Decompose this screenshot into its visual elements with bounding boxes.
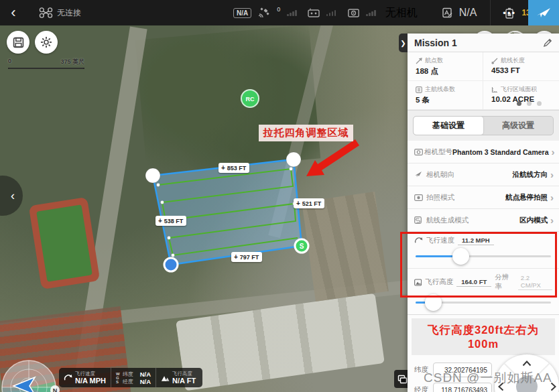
cross-icon: + <box>296 200 300 207</box>
row-photo-mode[interactable]: 拍照模式 航点悬停拍照 › <box>408 186 559 209</box>
altitude-icon <box>161 374 170 382</box>
annotation-drag-corners: 拉托四角调整区域 <box>259 125 353 141</box>
nudge-up-button[interactable] <box>522 357 532 369</box>
heading-plane-icon <box>414 171 422 178</box>
latitude-label: 纬度 <box>414 365 433 375</box>
corner-handle-top-left[interactable] <box>145 168 160 183</box>
speed-slider[interactable] <box>416 248 551 265</box>
resolution-value: 2.2 CM/PX <box>518 274 552 290</box>
cross-icon: + <box>221 164 225 172</box>
save-mission-button[interactable] <box>7 31 29 54</box>
altitude-slider[interactable] <box>416 294 551 312</box>
telemetry-coordinates: WG S 纬度 N/A 经度 N/A <box>111 368 156 387</box>
rc-location-marker: RC <box>241 90 259 107</box>
satellite-icon <box>258 7 270 18</box>
app-window: S RC + 853 FT + 521 FT + 538 FT + 797 FT… <box>0 0 559 392</box>
map-scale-bar: 0 375 英尺 <box>8 58 84 69</box>
route-mode-icon <box>414 216 422 224</box>
save-icon <box>13 37 24 48</box>
stat-waypoints: 航点数 188 点 <box>408 52 483 81</box>
flight-speed-block: 飞行速度 11.2 MPH <box>408 232 559 269</box>
speed-value-field[interactable]: 11.2 MPH <box>458 237 494 245</box>
edit-pencil-icon[interactable] <box>543 38 552 48</box>
takeoff-button[interactable] <box>528 0 559 25</box>
camera-status-label: 无相机 <box>385 6 418 20</box>
stat-route-length: 航线长度 4533 FT <box>483 52 559 81</box>
telemetry-bar: 飞行速度 N/A MPH WG S 纬度 N/A 经度 N/A <box>59 368 202 387</box>
scale-zero: 0 <box>8 58 11 66</box>
row-route-generation-mode[interactable]: 航线生成模式 区内模式 › <box>408 209 559 232</box>
cross-icon: + <box>234 253 238 261</box>
photo-mode-icon <box>414 194 423 201</box>
ellipsis-icon: ••• <box>503 8 516 18</box>
start-marker[interactable]: S <box>295 239 308 253</box>
mission-panel: ❯ Mission 1 航点数 188 点 航线长度 4533 <box>408 34 559 392</box>
chevron-right-icon: › <box>550 214 554 226</box>
coordinate-editor: 纬度 经度 <box>408 358 559 392</box>
aircraft-connection: 无连接 <box>39 7 81 19</box>
back-button[interactable]: ‹ <box>0 0 27 25</box>
longitude-input[interactable] <box>433 383 492 392</box>
map-stack-icon <box>397 375 408 384</box>
row-camera-heading[interactable]: 相机朝向 沿航线方向 › <box>408 164 559 186</box>
camera-icon <box>414 149 423 155</box>
remote-controller-icon <box>308 8 320 17</box>
nudge-center-button[interactable] <box>516 376 538 392</box>
rc-signal-bars <box>326 9 336 16</box>
map-settings-button[interactable] <box>35 31 58 54</box>
corner-handle-top-right[interactable] <box>286 152 301 167</box>
telemetry-speed: 飞行速度 N/A MPH <box>59 368 111 387</box>
corner-handle-bottom-left[interactable] <box>164 258 178 271</box>
stats-page-dots[interactable] <box>517 101 542 106</box>
annotation-arrow <box>306 139 359 176</box>
camera-icon <box>348 9 359 17</box>
edge-length-top: + 853 FT <box>219 163 249 173</box>
status-bar: ‹ 无连接 N/A 0 <box>0 0 559 25</box>
tab-advanced-settings[interactable]: 高级设置 <box>483 117 553 135</box>
more-menu-button[interactable]: ••• <box>490 0 528 25</box>
settings-rows: 相机型号 Phantom 3 Standard Camera › 相机朝向 沿航… <box>408 141 559 392</box>
nudge-right-button[interactable] <box>550 382 556 392</box>
chevron-right-icon: ❯ <box>400 40 406 47</box>
svg-text:RC: RC <box>246 96 255 103</box>
altitude-slider-thumb[interactable] <box>425 294 442 311</box>
scale-distance: 375 英尺 <box>60 58 84 66</box>
tab-basic-settings[interactable]: 基础设置 <box>414 117 483 135</box>
nudge-dpad <box>495 354 559 392</box>
mission-title: Mission 1 <box>414 38 457 48</box>
cross-icon: + <box>158 217 162 224</box>
speed-slider-thumb[interactable] <box>452 248 469 265</box>
attitude-compass: N <box>0 335 67 392</box>
altitude-value-field[interactable]: 164.0 FT <box>456 278 491 287</box>
wgs-label: WG S <box>116 372 120 384</box>
route-lines-icon <box>416 86 422 93</box>
telemetry-altitude: 飞行高度 N/A FT <box>156 368 200 387</box>
longitude-label: 经度 <box>414 385 433 392</box>
nudge-left-button[interactable] <box>498 382 504 392</box>
row-camera-model[interactable]: 相机型号 Phantom 3 Standard Camera › <box>408 141 559 164</box>
panel-collapse-button[interactable]: ❯ <box>399 34 408 52</box>
mission-header: Mission 1 <box>408 34 559 52</box>
settings-tabs: 基础设置 高级设置 <box>413 116 554 135</box>
flight-altitude-block: 飞行高度 164.0 FT 分辨率 2.2 CM/PX <box>408 269 559 315</box>
checklist-icon <box>442 7 452 18</box>
chevron-left-icon: ‹ <box>11 189 15 203</box>
start-marker-label: S <box>300 243 304 250</box>
mission-stats: 航点数 188 点 航线长度 4533 FT 主航线条数 5 条 <box>408 52 559 111</box>
chevron-right-icon <box>550 382 556 391</box>
stat-main-lines: 主航线条数 5 条 <box>408 81 483 110</box>
camera-signal-bars <box>366 9 376 16</box>
chevron-up-icon <box>522 361 532 367</box>
chevron-right-icon: › <box>550 192 554 203</box>
drone-icon <box>39 7 53 19</box>
checklist-value: N/A <box>459 7 477 19</box>
latitude-input[interactable] <box>433 363 492 377</box>
gps-count: 0 <box>277 6 280 13</box>
area-ruler-icon <box>491 86 498 93</box>
chevron-right-icon: › <box>552 146 555 157</box>
edge-length-right: + 521 FT <box>294 198 324 208</box>
flight-speed-icon <box>414 237 423 245</box>
waypoint-icon <box>416 58 422 64</box>
route-length-icon <box>491 58 498 64</box>
flight-altitude-icon <box>414 279 422 286</box>
